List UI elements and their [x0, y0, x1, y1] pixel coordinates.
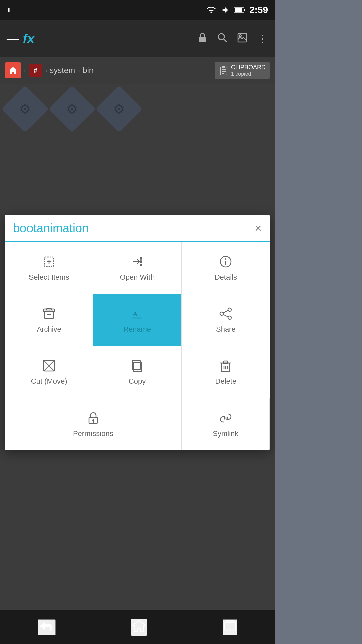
context-menu-modal: bootanimation × Select Items: [5, 215, 270, 450]
cut-move-label: Cut (Move): [31, 377, 67, 386]
svg-point-29: [228, 316, 231, 319]
details-icon: [218, 254, 233, 269]
svg-rect-48: [225, 622, 235, 630]
modal-title: bootanimation: [13, 221, 89, 235]
home-breadcrumb[interactable]: [5, 62, 21, 78]
svg-point-30: [220, 312, 223, 315]
symlink-icon: [218, 411, 233, 425]
open-with-icon: [130, 254, 144, 269]
svg-rect-2: [235, 8, 242, 12]
open-with-button[interactable]: Open With: [93, 242, 181, 294]
copy-icon: [130, 358, 144, 373]
hash-breadcrumb[interactable]: #: [29, 64, 42, 77]
download-icon: ⬇: [7, 7, 11, 13]
modal-close-button[interactable]: ×: [255, 221, 262, 235]
svg-point-4: [218, 34, 224, 40]
archive-icon: [42, 306, 56, 321]
lock-icon[interactable]: [198, 32, 207, 46]
more-icon[interactable]: ⋮: [257, 32, 268, 45]
symlink-button[interactable]: Symlink: [182, 398, 270, 450]
select-items-button[interactable]: Select Items: [5, 242, 93, 294]
svg-line-32: [223, 314, 228, 317]
cut-move-button[interactable]: Cut (Move): [5, 346, 93, 398]
svg-rect-1: [244, 9, 245, 11]
recents-button[interactable]: [223, 619, 237, 635]
modal-overlay: bootanimation × Select Items: [0, 84, 275, 610]
app-logo: — fx: [7, 32, 191, 46]
clipboard-count: 1 copied: [231, 71, 266, 77]
home-button[interactable]: [131, 619, 147, 636]
battery-icon: [234, 7, 245, 13]
search-icon[interactable]: [217, 33, 227, 45]
svg-rect-40: [224, 361, 228, 364]
cut-icon: [42, 358, 56, 373]
breadcrumb-sep-3: ›: [78, 67, 80, 74]
wifi-icon: [206, 6, 217, 14]
select-items-label: Select Items: [29, 273, 69, 282]
toolbar: — fx ⋮: [0, 20, 275, 57]
details-button[interactable]: Details: [182, 242, 270, 294]
svg-line-31: [223, 310, 228, 313]
bottom-nav: [0, 610, 275, 644]
permissions-label: Permissions: [73, 429, 113, 438]
delete-button[interactable]: Delete: [182, 346, 270, 398]
svg-point-22: [225, 258, 226, 260]
gallery-icon[interactable]: [237, 33, 247, 45]
svg-line-5: [224, 39, 227, 42]
system-breadcrumb[interactable]: system: [50, 66, 75, 75]
copy-button[interactable]: Copy: [93, 346, 181, 398]
svg-text:A: A: [132, 310, 138, 318]
breadcrumb-sep-2: ›: [45, 67, 47, 74]
bin-breadcrumb[interactable]: bin: [83, 66, 94, 75]
rename-button[interactable]: A Rename: [93, 294, 181, 346]
share-label: Share: [216, 325, 236, 334]
svg-point-7: [239, 35, 241, 37]
status-icons: 2:59: [206, 5, 268, 15]
plane-icon: [221, 5, 230, 15]
share-icon: [218, 306, 233, 321]
copy-label: Copy: [129, 377, 146, 386]
clock: 2:59: [249, 5, 268, 15]
svg-point-19: [140, 264, 142, 266]
modal-grid: Select Items Open With: [5, 242, 270, 450]
permissions-button[interactable]: Permissions: [5, 398, 182, 450]
svg-point-17: [140, 257, 142, 260]
rename-label: Rename: [123, 325, 151, 334]
delete-label: Delete: [215, 377, 237, 386]
share-button[interactable]: Share: [182, 294, 270, 346]
svg-point-18: [140, 260, 142, 263]
clipboard-label: CLIPBOARD: [231, 64, 266, 71]
svg-point-28: [228, 308, 231, 311]
archive-button[interactable]: Archive: [5, 294, 93, 346]
modal-header: bootanimation ×: [5, 215, 270, 242]
svg-rect-24: [44, 309, 54, 312]
status-bar: ⬇ 2:59: [0, 0, 275, 20]
rename-icon: A: [130, 306, 144, 321]
select-items-icon: [42, 254, 56, 269]
back-button[interactable]: [38, 619, 56, 635]
clipboard-badge[interactable]: CLIPBOARD 1 copied: [215, 62, 270, 79]
open-with-label: Open With: [120, 273, 155, 282]
details-label: Details: [215, 273, 237, 282]
breadcrumb: › # › system › bin CLIPBOARD 1 copied: [0, 57, 275, 84]
delete-icon: [218, 358, 233, 373]
archive-label: Archive: [37, 325, 61, 334]
permissions-icon: [86, 411, 101, 425]
svg-rect-3: [199, 37, 206, 42]
breadcrumb-sep-1: ›: [24, 67, 26, 74]
symlink-label: Symlink: [213, 429, 238, 438]
svg-point-45: [92, 419, 94, 421]
svg-rect-9: [222, 66, 225, 68]
